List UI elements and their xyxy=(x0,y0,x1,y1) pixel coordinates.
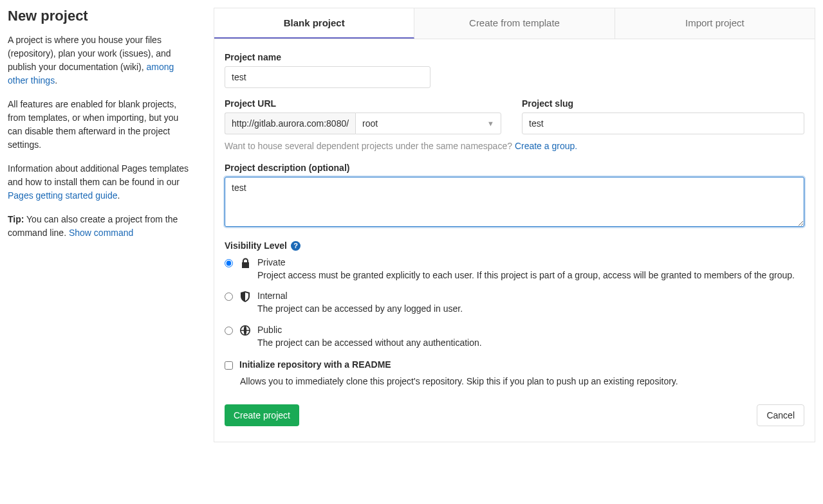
sidebar-para-2: All features are enabled for blank proje… xyxy=(8,98,194,152)
readme-desc: Allows you to immediately clone this pro… xyxy=(240,375,804,388)
create-group-link[interactable]: Create a group. xyxy=(515,141,577,151)
project-desc-label: Project description (optional) xyxy=(225,163,804,173)
visibility-internal-radio[interactable] xyxy=(225,292,233,301)
namespace-selected: root xyxy=(362,118,378,129)
sidebar: New project A project is where you house… xyxy=(8,8,214,442)
project-desc-textarea[interactable] xyxy=(225,177,804,227)
lock-icon xyxy=(239,258,251,269)
visibility-private-radio[interactable] xyxy=(225,259,233,267)
project-url-prefix: http://gitlab.aurora.com:8080/ xyxy=(225,113,355,134)
visibility-public-radio[interactable] xyxy=(225,327,233,335)
project-slug-label: Project slug xyxy=(522,98,804,109)
tab-import-project[interactable]: Import project xyxy=(615,8,815,39)
visibility-private-desc: Project access must be granted explicitl… xyxy=(257,269,795,282)
form-area: Project name Project URL http://gitlab.a… xyxy=(214,39,815,442)
page-title: New project xyxy=(8,8,194,24)
project-slug-input[interactable] xyxy=(522,113,804,134)
cancel-button[interactable]: Cancel xyxy=(757,404,804,426)
readme-checkbox[interactable] xyxy=(225,361,233,370)
visibility-internal-desc: The project can be accessed by any logge… xyxy=(257,302,463,315)
show-command-link[interactable]: Show command xyxy=(69,228,133,238)
namespace-select[interactable]: root ▼ xyxy=(355,113,501,134)
tabs: Blank project Create from template Impor… xyxy=(214,8,815,39)
visibility-public-title: Public xyxy=(257,325,482,335)
pages-guide-link[interactable]: Pages getting started guide xyxy=(8,190,117,201)
tab-create-template[interactable]: Create from template xyxy=(414,8,615,39)
project-name-label: Project name xyxy=(225,52,804,62)
sidebar-tip: Tip: You can also create a project from … xyxy=(8,213,194,240)
visibility-label: Visibility Level xyxy=(225,240,287,251)
sidebar-para-3: Information about additional Pages templ… xyxy=(8,162,194,203)
sidebar-para-1: A project is where you house your files … xyxy=(8,33,194,87)
readme-label: Initialize repository with a README xyxy=(239,359,391,370)
project-url-label: Project URL xyxy=(225,98,501,109)
shield-icon xyxy=(239,291,251,302)
chevron-down-icon: ▼ xyxy=(487,120,494,127)
help-icon[interactable]: ? xyxy=(291,241,301,251)
visibility-private-title: Private xyxy=(257,257,795,267)
create-project-button[interactable]: Create project xyxy=(225,404,299,426)
namespace-helper: Want to house several dependent projects… xyxy=(225,141,804,151)
visibility-internal-title: Internal xyxy=(257,291,463,301)
globe-icon xyxy=(239,325,251,336)
tab-blank-project[interactable]: Blank project xyxy=(214,8,414,39)
project-name-input[interactable] xyxy=(225,66,430,88)
visibility-public-desc: The project can be accessed without any … xyxy=(257,336,482,349)
main: Blank project Create from template Impor… xyxy=(214,8,815,442)
